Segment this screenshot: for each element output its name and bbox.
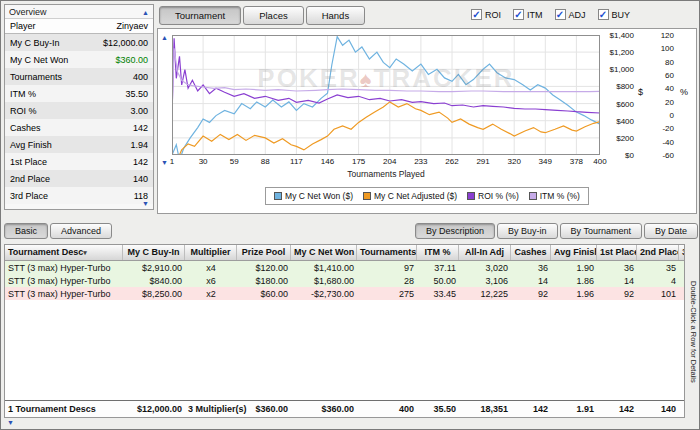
percent-tick-label: 100	[650, 44, 674, 53]
percent-tick-label: 120	[650, 31, 674, 40]
tab-basic[interactable]: Basic	[4, 223, 48, 239]
checkbox-itm[interactable]: ✓ITM	[513, 9, 543, 20]
grid-body: STT (3 max) Hyper-Turbo$2,910.00x4$120.0…	[5, 261, 684, 300]
table-footer-row[interactable]: 1 Tournament Descs$12,000.003 Multiplier…	[5, 403, 685, 416]
legend-item: ITM % (%)	[529, 191, 580, 201]
stat-label: My C Net Won	[10, 55, 68, 65]
column-header-avg-finish[interactable]: Avg Finish	[551, 245, 597, 260]
stat-value: 118	[134, 191, 148, 201]
player-label: Player	[10, 21, 36, 31]
dollar-tick-label: $200	[602, 134, 634, 143]
series-toggles: ✓ROI✓ITM✓ADJ✓BUY	[471, 9, 630, 20]
tab-advanced[interactable]: Advanced	[50, 223, 112, 239]
column-header-tournament-desc[interactable]: Tournament Desc▾	[5, 245, 123, 260]
column-header-tournaments[interactable]: Tournaments	[357, 245, 417, 260]
column-header-multiplier[interactable]: Multiplier	[185, 245, 237, 260]
cell-avg-finish: 1.90	[551, 261, 597, 274]
overview-scroll-down-icon[interactable]: ▼	[142, 200, 149, 207]
x-tick-label: 400	[590, 157, 610, 166]
by-date-button[interactable]: By Date	[644, 223, 698, 239]
stat-value: $360.00	[115, 55, 148, 65]
right-axis-title: %	[680, 87, 688, 97]
cell-tournaments: 28	[357, 274, 417, 287]
legend-label: ROI % (%)	[478, 191, 519, 201]
dollar-tick-label: $1,000	[602, 65, 634, 74]
x-tick-label: 59	[224, 157, 244, 166]
stat-label: Avg Finish	[10, 140, 52, 150]
dollar-tick-label: $1,400	[602, 31, 634, 40]
overview-scroll-up-icon[interactable]: ▲	[142, 9, 149, 16]
column-header-itm[interactable]: ITM %	[417, 245, 459, 260]
legend-item: My C Net Won ($)	[274, 191, 353, 201]
column-header-prize-pool[interactable]: Prize Pool	[237, 245, 291, 260]
bottom-scroll-down-icon[interactable]: ▼	[7, 419, 14, 426]
column-header-1st-place[interactable]: 1st Place	[597, 245, 637, 260]
stat-label: My C Buy-In	[10, 38, 60, 48]
checkbox-box[interactable]: ✓	[555, 9, 566, 20]
stat-value: 400	[133, 72, 148, 82]
legend-swatch	[529, 192, 537, 200]
stat-value: 1.94	[130, 140, 148, 150]
stat-value: 3.00	[130, 106, 148, 116]
column-header-all-in-adj[interactable]: All-In Adj	[459, 245, 511, 260]
cell-my-c-net-won: $1,410.00	[291, 261, 357, 274]
checkbox-box[interactable]: ✓	[513, 9, 524, 20]
cell-all-in-adj: 12,225	[459, 287, 511, 300]
checkbox-adj[interactable]: ✓ADJ	[555, 9, 586, 20]
report-tabs: BasicAdvanced	[4, 223, 112, 239]
cell-avg-finish: 1.86	[551, 274, 597, 287]
x-tick-label: 204	[380, 157, 400, 166]
cell-3rd-place	[679, 287, 685, 300]
by-description-button[interactable]: By Description	[415, 223, 495, 239]
legend-swatch	[467, 192, 475, 200]
stat-label: Tournaments	[10, 72, 62, 82]
cell-prize-pool: $180.00	[237, 274, 291, 287]
stat-label: ROI %	[10, 106, 37, 116]
cell-itm: 37.11	[417, 261, 459, 274]
tab-tournament[interactable]: Tournament	[159, 6, 241, 25]
legend-label: My C Net Won ($)	[285, 191, 353, 201]
group-by-buttons: By DescriptionBy Buy-inBy TournamentBy D…	[415, 223, 698, 239]
table-row[interactable]: STT (3 max) Hyper-Turbo$8,250.00x2$60.00…	[5, 287, 684, 300]
checkbox-buy[interactable]: ✓BUY	[598, 9, 631, 20]
table-row[interactable]: STT (3 max) Hyper-Turbo$840.00x6$180.00$…	[5, 274, 684, 287]
by-buy-in-button[interactable]: By Buy-in	[497, 223, 558, 239]
cell-itm: 35.50	[417, 403, 459, 416]
column-header-my-c-net-won[interactable]: My C Net Won	[291, 245, 357, 260]
column-header-2nd-place[interactable]: 2nd Place	[637, 245, 679, 260]
by-tournament-button[interactable]: By Tournament	[560, 223, 642, 239]
overview-title-row: Overview ▲	[5, 5, 153, 18]
chart-scroll-up-icon[interactable]: ▲	[161, 34, 168, 41]
column-header-cashes[interactable]: Cashes	[511, 245, 551, 260]
percent-tick-label: 80	[650, 58, 674, 67]
stat-value: 35.50	[125, 89, 148, 99]
column-header-my-c-buy-in[interactable]: My C Buy-In	[123, 245, 185, 260]
cell-avg-finish: 1.91	[551, 403, 597, 416]
tab-hands[interactable]: Hands	[306, 6, 365, 25]
checkbox-box[interactable]: ✓	[598, 9, 609, 20]
x-tick-label: 88	[255, 157, 275, 166]
column-header-3rd-place[interactable]: 3rd Place	[679, 245, 685, 260]
chart-panel: ▲ ▼ POKER♠TRACKER $ % Tournaments Played…	[157, 28, 697, 214]
checkbox-roi[interactable]: ✓ROI	[471, 9, 501, 20]
overview-row: ROI %3.00	[5, 102, 153, 119]
tab-places[interactable]: Places	[243, 6, 304, 25]
x-tick-label: 30	[193, 157, 213, 166]
cell-avg-finish: 1.96	[551, 287, 597, 300]
cell-my-c-buy-in: $2,910.00	[123, 261, 185, 274]
cell-prize-pool: $60.00	[237, 287, 291, 300]
checkbox-box[interactable]: ✓	[471, 9, 482, 20]
cell-my-c-buy-in: $8,250.00	[123, 287, 185, 300]
x-tick-label: 117	[286, 157, 306, 166]
overview-row: My C Net Won$360.00	[5, 51, 153, 68]
percent-tick-label: 20	[650, 98, 674, 107]
cell-2nd-place: 4	[637, 274, 679, 287]
dollar-tick-label: $800	[602, 82, 634, 91]
x-tick-label: 146	[318, 157, 338, 166]
checkbox-label: ADJ	[569, 10, 586, 20]
table-row[interactable]: STT (3 max) Hyper-Turbo$2,910.00x4$120.0…	[5, 261, 684, 274]
stat-label: Cashes	[10, 123, 41, 133]
x-tick-label: 233	[411, 157, 431, 166]
stat-label: 2nd Place	[10, 174, 50, 184]
x-tick-label: 262	[442, 157, 462, 166]
